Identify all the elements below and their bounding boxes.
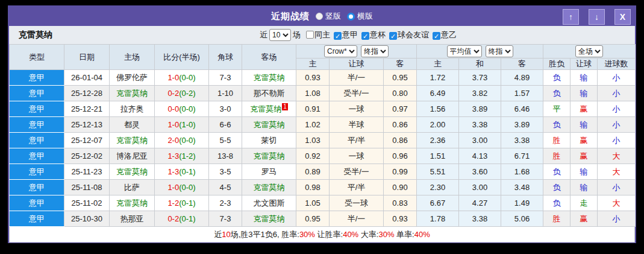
avg-draw: 3.73 [459,70,501,86]
radio-selected-icon[interactable] [347,13,355,21]
checkbox-意乙[interactable]: ✓ [433,32,440,40]
odds-home: 1.08 [296,86,330,101]
home-team[interactable]: 克雷莫纳 [110,164,155,180]
score: 0-2(0-1) [155,211,209,227]
league-badge[interactable]: 意甲 [10,70,64,86]
move-up-button[interactable]: ↑ [563,9,579,25]
result-handicap: 输 [571,164,598,180]
home-team[interactable]: 佛罗伦萨 [110,70,155,86]
period-select[interactable]: 全场 [575,45,603,57]
corner-score: 4-5 [209,180,242,195]
league-badge[interactable]: 意甲 [10,101,64,117]
away-team[interactable]: 那不勒斯 [242,86,296,101]
summary-text: 近10场,胜3平1负6, 胜率:30% 让胜率:40% 大率:30% 单率:40… [214,229,430,240]
home-team[interactable]: 热那亚 [110,211,155,227]
result-handicap: 输 [571,70,598,86]
odds-home: 1.05 [296,195,330,211]
league-badge[interactable]: 意甲 [10,117,64,133]
radio-unselected-icon[interactable] [316,13,323,20]
checkbox-label: 意乙 [441,30,457,39]
odds-stage-select-1[interactable]: 终指 [361,45,389,57]
league-badge[interactable]: 意甲 [10,86,64,101]
subheader-avg-away: 客 [501,59,543,70]
odds-home: 0.93 [296,70,330,86]
away-team[interactable]: 克雷莫纳 [242,180,296,195]
away-team[interactable]: 克雷莫纳 [242,117,296,133]
corner-score: 7-3 [209,70,242,86]
match-date: 25-12-21 [64,101,110,117]
result-handicap: 赢 [571,133,598,148]
table-row: 意甲 25-12-13 都灵 1-0(1-0) 6-6 克雷莫纳 1.02 半球… [10,117,636,133]
avg-away: 3.89 [501,117,543,133]
home-team[interactable]: 比萨 [110,180,155,195]
unit-label: 场 [293,30,301,40]
away-team[interactable]: 莱切 [242,133,296,148]
league-badge[interactable]: 意甲 [10,180,64,195]
avg-away: 1.49 [501,195,543,211]
checkbox-同主[interactable] [306,31,314,39]
corner-score: 3-5 [209,164,242,180]
bookmaker-select[interactable]: Crow* [324,45,357,57]
move-down-button[interactable]: ↓ [589,9,605,25]
home-team[interactable]: 克雷莫纳 [110,133,155,148]
table-row: 意甲 25-11-08 比萨 1-0(0-0) 4-5 克雷莫纳 0.98 平/… [10,180,636,195]
radio-horizontal-layout[interactable]: 横版 [347,11,373,22]
result-goals: 小 [598,180,636,195]
subheader-handicap: 让球 [330,59,384,70]
match-count-select[interactable]: 10 [269,29,291,41]
match-date: 25-12-28 [64,86,110,101]
away-team[interactable]: 克雷莫纳 [242,211,296,227]
home-team[interactable]: 拉齐奥 [110,101,155,117]
red-card-badge: 1 [282,103,288,110]
average-select[interactable]: 平均值 [447,45,482,57]
odds-away: 0.90 [384,180,417,195]
avg-draw: 3.00 [459,180,501,195]
checkbox-label: 同主 [314,30,330,39]
radio-vertical-layout[interactable]: 竖版 [316,11,341,22]
league-badge[interactable]: 意甲 [10,164,64,180]
checkbox-球会友谊[interactable]: ✓ [389,32,397,40]
subheader-odds-home: 主 [296,59,330,70]
odds-home: 0.89 [296,164,330,180]
home-team[interactable]: 克雷莫纳 [110,86,155,101]
subheader-odds-away: 客 [384,59,417,70]
score: 1-3(0-1) [155,164,209,180]
league-badge[interactable]: 意甲 [10,211,64,227]
odds-handicap: 半球 [330,117,384,133]
league-badge[interactable]: 意甲 [10,133,64,148]
corner-score: 7-3 [209,211,242,227]
odds-handicap: 受半/一 [330,164,384,180]
odds-stage-select-2[interactable]: 终指 [486,45,513,57]
away-team[interactable]: 克雷莫纳 [242,70,296,86]
league-badge[interactable]: 意甲 [10,148,64,164]
table-row: 意甲 25-10-30 热那亚 0-2(0-1) 7-3 克雷莫纳 0.95 半… [10,211,636,227]
away-team[interactable]: 罗马 [242,164,296,180]
away-team[interactable]: 克雷莫纳1 [242,101,296,117]
result-goals: 大 [598,195,636,211]
away-team[interactable]: 克雷莫纳 [242,148,296,164]
avg-away: 1.57 [501,86,543,101]
away-team[interactable]: 尤文图斯 [242,195,296,211]
close-button[interactable]: X [614,9,631,25]
odds-away: 0.80 [384,86,417,101]
result-outcome: 胜 [543,211,571,227]
odds-home: 1.03 [296,133,330,148]
odds-handicap: 平/半 [330,133,384,148]
home-team[interactable]: 博洛尼亚 [110,148,155,164]
checkbox-意杯[interactable]: ✓ [361,32,369,40]
page-title: 近期战绩 [271,11,310,22]
result-handicap: 赢 [571,211,598,227]
home-team[interactable]: 都灵 [110,117,155,133]
match-date: 25-12-02 [64,148,110,164]
result-outcome: 负 [543,164,571,180]
score: 0-2(0-2) [155,86,209,101]
home-team[interactable]: 克雷莫纳 [110,195,155,211]
avg-home: 2.36 [417,133,459,148]
avg-draw: 3.60 [459,164,501,180]
odds-handicap: 平/半 [330,180,384,195]
avg-home: 5.51 [417,164,459,180]
result-outcome: 平 [543,101,571,117]
avg-draw: 3.89 [459,101,501,117]
checkbox-意甲[interactable]: ✓ [334,32,342,40]
league-badge[interactable]: 意甲 [10,195,64,211]
